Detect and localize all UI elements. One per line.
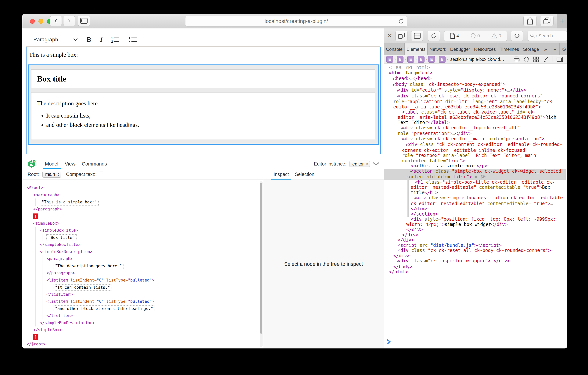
detach-devtools-button[interactable] <box>395 31 408 41</box>
tab-[interactable]: + <box>550 44 560 55</box>
dom-tree-line[interactable]: <div class="ck ck-reset_all ck-body ck-r… <box>384 248 566 258</box>
model-tree-line[interactable]: <simpleBoxDescription> <box>22 248 263 255</box>
numbered-list-button[interactable]: 1 2 <box>111 36 120 43</box>
tab-inspect[interactable]: Inspect <box>271 169 292 179</box>
print-dom-button[interactable] <box>514 56 520 62</box>
expand-arrow-icon[interactable]: ▶ <box>388 77 393 82</box>
error-count[interactable]: ! 0 <box>471 33 480 38</box>
resource-summary[interactable]: 4 ! 0 ! 0 <box>444 31 507 41</box>
model-tree-line[interactable]: <simpleBox> <box>22 220 263 227</box>
model-tree-line[interactable]: "The description goes here." <box>22 263 263 270</box>
share-button[interactable] <box>523 16 537 26</box>
expand-arrow-icon[interactable]: ▶ <box>393 88 398 93</box>
model-tree-line[interactable]: </listItem> <box>22 312 263 320</box>
breadcrumb-element-badge[interactable]: E <box>397 56 403 63</box>
dom-tree-line[interactable]: <script src="dist/bundle.js"></script> <box>384 243 566 248</box>
devtools-search-field[interactable]: ▾ Search <box>528 31 567 41</box>
dom-tree-line[interactable]: ▶<head>…</head> <box>384 76 566 82</box>
model-tree-line[interactable]: <listItem listIndent="0" listType="bulle… <box>22 298 263 305</box>
tree-scrollbar[interactable] <box>260 181 262 347</box>
tree-tag[interactable]: <simpleBox> <box>33 221 60 226</box>
tree-tag[interactable]: </paragraph> <box>33 207 62 211</box>
breadcrumb-element-badge[interactable]: E <box>407 56 414 63</box>
tab-console[interactable]: Console <box>384 44 405 55</box>
close-window-button[interactable] <box>30 19 35 24</box>
styles-brush-button[interactable] <box>543 56 549 62</box>
model-tree-line[interactable]: "This is a simple box:" <box>22 199 263 206</box>
details-sidebar-button[interactable] <box>556 57 563 62</box>
dom-tree-line[interactable]: </div> <box>384 232 566 238</box>
dom-tree-line[interactable]: </html> <box>384 269 566 275</box>
new-tab-button[interactable]: + <box>557 14 567 28</box>
tab-debugger[interactable]: Debugger <box>448 44 472 55</box>
tab-storage[interactable]: Storage <box>521 44 541 55</box>
simple-box-widget[interactable]: Box title The description goes here. It … <box>28 65 379 145</box>
back-button[interactable]: ‹ <box>50 16 62 26</box>
list-item[interactable]: It can contain lists, <box>46 112 369 119</box>
tab-[interactable]: ⚙ <box>560 44 567 55</box>
model-tree-line[interactable]: </$root> <box>22 341 263 348</box>
dom-tree-line[interactable]: </body> <box>384 264 566 270</box>
dom-tree-line[interactable]: <h1 class="simple-box-title ck-editor__e… <box>384 180 566 196</box>
scrollbar-thumb[interactable] <box>260 183 262 334</box>
tab-[interactable]: » <box>541 44 550 55</box>
bold-button[interactable]: B <box>87 36 91 43</box>
tab-elements[interactable]: Elements <box>405 44 428 55</box>
model-tree-line[interactable]: </listItem> <box>22 291 263 298</box>
layout-grid-button[interactable] <box>533 56 539 62</box>
model-tree-line[interactable]: </simpleBox> <box>22 326 263 334</box>
model-tree-line[interactable]: <paragraph> <box>22 191 263 199</box>
tree-tag[interactable]: <paragraph> <box>33 193 60 197</box>
dom-tree-line[interactable]: ▼<div class="ck ck-content ck-editor__ed… <box>384 142 566 164</box>
dom-tree-line[interactable]: <!DOCTYPE html> <box>384 65 566 70</box>
collapse-arrow-icon[interactable]: ▼ <box>401 143 406 148</box>
reload-page-button[interactable] <box>428 31 440 41</box>
tree-tag[interactable]: <listItem <box>46 278 70 283</box>
breadcrumb-current-node[interactable]: section.simple-box.ck-wid… <box>450 57 504 62</box>
breadcrumb-element-badge[interactable]: E <box>386 56 393 63</box>
collapse-arrow-icon[interactable]: ▼ <box>384 71 389 76</box>
model-tree-line[interactable]: [ <box>22 213 263 220</box>
tab-timelines[interactable]: Timelines <box>498 44 521 55</box>
collapse-inspector-button[interactable] <box>373 162 379 166</box>
dom-tree-line[interactable]: ▼<html lang="en"> <box>384 70 566 76</box>
simple-box-description[interactable]: The description goes here. It can contai… <box>31 92 375 140</box>
tree-tag[interactable] <box>104 278 106 283</box>
root-select[interactable]: main ▲▼ <box>42 171 61 178</box>
tree-tag[interactable]: </paragraph> <box>46 271 75 275</box>
tree-text-node[interactable]: "It can contain lists," <box>53 284 112 291</box>
editor-editable[interactable]: This is a simple box: Box title The desc… <box>26 47 381 154</box>
warning-count[interactable]: ! 0 <box>491 33 501 38</box>
tree-tag[interactable]: </$root> <box>27 342 46 346</box>
dom-tree-line[interactable]: ▼<div class="ck ck-editor__main" role="p… <box>384 136 566 142</box>
tree-text-node[interactable]: "and other block elements like headings.… <box>53 305 155 312</box>
address-bar[interactable]: localhost/creating-a-plugin/ <box>185 16 407 27</box>
tree-text-node[interactable]: "This is a simple box:" <box>40 199 99 206</box>
collapse-arrow-icon[interactable]: ▼ <box>393 94 398 99</box>
collapse-arrow-icon[interactable]: ▼ <box>397 137 402 142</box>
tree-tag[interactable]: > <box>152 299 154 304</box>
dom-tree-line[interactable]: ▼<div class="ck ck-reset ck-editor ck-ro… <box>384 93 566 110</box>
dock-devtools-button[interactable] <box>411 31 423 41</box>
tree-text-node[interactable]: "The description goes here." <box>53 263 124 269</box>
italic-button[interactable]: I <box>100 36 103 43</box>
simple-box-title[interactable]: Box title <box>31 69 375 88</box>
model-tree-line[interactable]: </paragraph> <box>22 206 263 213</box>
list-item[interactable]: and other block elements like headings. <box>46 121 369 128</box>
dom-tree-line[interactable]: ▼<body class="ck-inspector-body-expanded… <box>384 82 566 88</box>
tree-tag[interactable]: </simpleBoxTitle> <box>40 242 81 247</box>
close-devtools-button[interactable]: ✕ <box>387 32 393 39</box>
dom-tree-line[interactable]: ▶<div class="ck-inspector-wrapper">…</di… <box>384 258 566 264</box>
tree-tag[interactable]: </simpleBoxDescription> <box>40 320 95 325</box>
model-tree-line[interactable]: <$root> <box>22 184 263 191</box>
dom-tree-line[interactable]: ▶<div id="editor" style="display: none;"… <box>384 88 566 93</box>
tab-overview-button[interactable] <box>540 16 554 26</box>
minimize-window-button[interactable] <box>38 19 43 24</box>
dom-tree-line[interactable]: </div> <box>384 238 566 243</box>
editor-instance-select[interactable]: editor ▲▼ <box>349 161 370 167</box>
model-tree-line[interactable]: "Box title" <box>22 234 263 241</box>
tree-tag[interactable]: > <box>152 278 154 283</box>
selection-marker[interactable]: [ <box>33 213 38 219</box>
tab-resources[interactable]: Resources <box>472 44 498 55</box>
tree-tag[interactable]: </listItem> <box>46 313 73 318</box>
